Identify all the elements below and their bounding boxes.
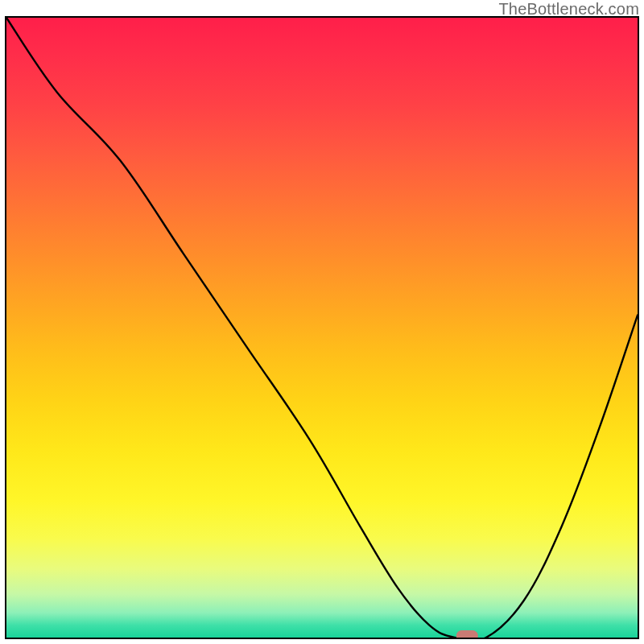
optimum-marker	[456, 631, 477, 638]
chart-svg	[6, 18, 638, 638]
chart-frame	[5, 16, 639, 639]
bottleneck-curve	[6, 18, 638, 638]
